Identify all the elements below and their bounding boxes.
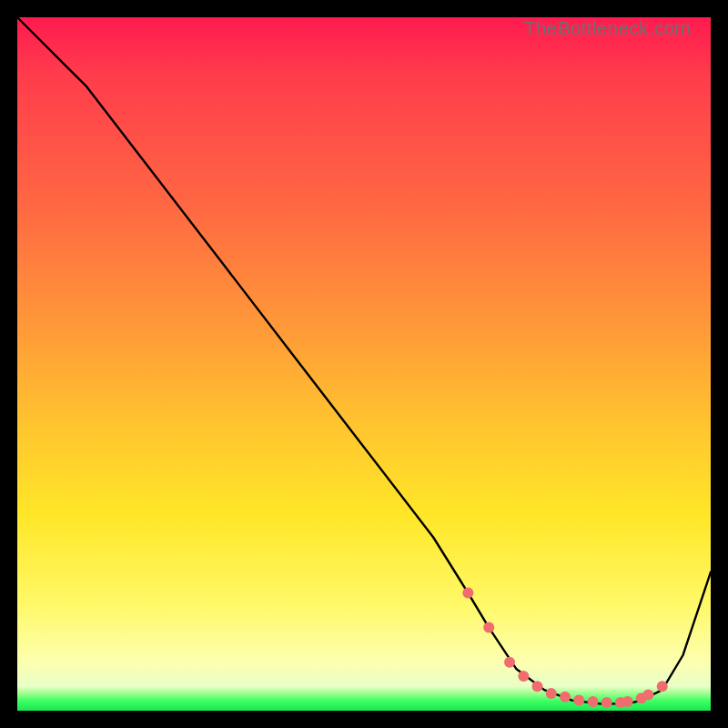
chart-frame: TheBottleneck.com <box>0 0 728 728</box>
marker-point <box>622 696 633 707</box>
marker-point <box>642 690 653 701</box>
marker-group <box>462 588 667 708</box>
marker-point <box>657 681 668 692</box>
marker-point <box>602 697 612 708</box>
plot-area: TheBottleneck.com <box>17 17 711 711</box>
marker-point <box>573 695 584 706</box>
marker-point <box>560 692 571 703</box>
marker-point <box>518 671 529 682</box>
chart-svg <box>17 17 711 711</box>
marker-point <box>483 622 494 633</box>
marker-point <box>462 588 473 599</box>
marker-point <box>532 681 543 692</box>
marker-point <box>588 696 599 707</box>
marker-point <box>546 688 557 699</box>
curve-line <box>17 17 711 703</box>
marker-point <box>504 657 515 668</box>
